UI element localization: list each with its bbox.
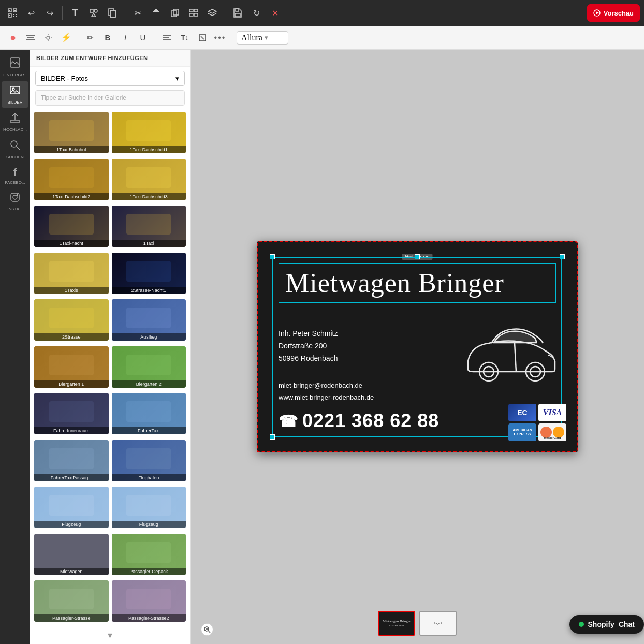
group-btn[interactable]: [185, 5, 202, 21]
svg-rect-6: [13, 14, 14, 15]
shapes-btn[interactable]: [85, 5, 102, 21]
sidebar-item-hintergrund[interactable]: HINTERGR...: [2, 54, 28, 80]
image-cell[interactable]: 1Taxis: [34, 253, 109, 294]
image-cell[interactable]: Mietwagen: [34, 534, 109, 575]
image-grid: 1Taxi-Bahnhof1Taxi-Dachschild11Taxi-Dach…: [30, 110, 190, 626]
refresh-btn[interactable]: ↻: [248, 5, 265, 21]
image-cell[interactable]: Ausflieg: [112, 299, 186, 341]
image-cell[interactable]: 1Taxi: [112, 206, 186, 247]
effects-btn[interactable]: [40, 30, 56, 46]
svg-point-11: [94, 9, 97, 12]
redo-btn[interactable]: ↪: [41, 5, 58, 21]
more-btn[interactable]: •••: [212, 30, 228, 46]
align-btn[interactable]: [23, 30, 38, 46]
hintergrund-label: HINTERGR...: [3, 72, 27, 77]
svg-rect-5: [9, 15, 10, 16]
sidebar-item-hochladen[interactable]: HOCHLAD...: [2, 109, 28, 135]
image-cell[interactable]: FahrerTaxi: [112, 393, 186, 434]
image-cell[interactable]: FahrerTaxiPassag...: [34, 440, 109, 481]
handle-top-left[interactable]: [270, 254, 275, 259]
sep1: [62, 6, 63, 20]
handle-top-right[interactable]: [560, 254, 565, 259]
business-card[interactable]: Hintergrund Mietwagen Bringer Inh. Peter…: [257, 241, 578, 452]
svg-rect-8: [13, 16, 14, 17]
lightning-btn[interactable]: ⚡: [58, 30, 74, 46]
delete-btn[interactable]: 🗑: [148, 5, 165, 21]
image-label: Biergarten 1: [34, 380, 109, 388]
image-label: 1Taxi-Dachschild3: [112, 193, 186, 200]
page-thumb-2[interactable]: Page 2: [419, 611, 457, 636]
handle-top-center[interactable]: [415, 254, 420, 259]
image-cell[interactable]: Biergarten 1: [34, 346, 109, 388]
image-cell[interactable]: Flugzeug: [34, 487, 109, 528]
category-dropdown[interactable]: BILDER - Fotos ▾: [35, 71, 185, 86]
preview-btn[interactable]: Vorschau: [587, 4, 640, 22]
sidebar-item-instagram[interactable]: INSTA...: [2, 189, 28, 214]
text-align-btn[interactable]: [159, 30, 175, 46]
image-cell[interactable]: Flughafen: [112, 440, 186, 481]
image-label: Flugzeug: [34, 521, 109, 528]
bold-btn[interactable]: B: [100, 30, 115, 46]
image-crop-btn[interactable]: [195, 30, 210, 46]
payment-section: EC VISA AMERICANEXPRESS MasterCard: [508, 404, 566, 441]
chat-widget[interactable]: Shopify Chat: [569, 615, 644, 634]
undo-btn[interactable]: ↩: [23, 5, 39, 21]
image-cell[interactable]: Passagier-Strasse: [34, 580, 109, 622]
image-label: 1Taxi-Bahnhof: [34, 146, 109, 153]
card-title-text: Mietwagen Bringer: [285, 268, 504, 298]
scroll-down-indicator[interactable]: ▾: [108, 630, 112, 641]
svg-rect-23: [236, 9, 239, 11]
image-cell[interactable]: 2Strasse: [34, 299, 109, 341]
page-btn[interactable]: [104, 5, 121, 21]
font-name: Allura: [241, 33, 262, 42]
image-cell[interactable]: 2Strasse-Nacht1: [112, 253, 186, 294]
text-size-btn[interactable]: T↕: [177, 30, 193, 46]
underline-btn[interactable]: U: [135, 30, 151, 46]
save-btn[interactable]: [229, 5, 246, 21]
image-cell[interactable]: Flugzeug: [112, 487, 186, 528]
svg-rect-16: [171, 11, 177, 17]
chat-online-indicator: [579, 622, 584, 627]
italic-btn[interactable]: I: [118, 30, 133, 46]
svg-rect-14: [110, 10, 115, 17]
image-cell[interactable]: Biergarten 2: [112, 346, 186, 388]
chat-label: Chat: [619, 620, 635, 628]
svg-rect-9: [16, 16, 17, 17]
search-box[interactable]: Tippe zur Suche in der Gallerie: [35, 90, 185, 106]
zoom-control: [201, 623, 213, 636]
cut-btn[interactable]: ✂: [129, 5, 146, 21]
image-cell[interactable]: Passagier-Gepäck: [112, 534, 186, 575]
image-label: 2Strasse: [34, 333, 109, 341]
image-cell[interactable]: 1Taxi-Dachschild2: [34, 159, 109, 200]
image-cell[interactable]: 1Taxi-Bahnhof: [34, 112, 109, 153]
svg-marker-26: [596, 11, 599, 14]
sep-t3: [232, 32, 232, 44]
image-cell[interactable]: 1Taxi-Dachschild3: [112, 159, 186, 200]
sidebar-item-facebook[interactable]: f FACEBO...: [2, 164, 28, 188]
sidebar-item-bilder[interactable]: BILDER: [2, 81, 28, 108]
image-cell[interactable]: Passagier-Strasse2: [112, 580, 186, 622]
font-selector[interactable]: Allura ▾: [237, 31, 288, 45]
image-cell[interactable]: 1Taxi-nacht: [34, 206, 109, 247]
svg-rect-24: [235, 13, 240, 17]
svg-rect-17: [173, 9, 179, 15]
color-btn[interactable]: ●: [5, 30, 21, 46]
layers-btn[interactable]: [204, 5, 221, 21]
svg-line-55: [209, 631, 210, 633]
font-chevron-icon: ▾: [265, 34, 268, 41]
image-cell[interactable]: 1Taxi-Dachschild1: [112, 112, 186, 153]
handle-bottom-left[interactable]: [270, 434, 275, 440]
text-btn[interactable]: T: [67, 5, 83, 21]
card-address: Inh. Peter Schmitz Dorfstraße 200 50996 …: [279, 328, 338, 364]
copy-btn[interactable]: [167, 5, 183, 21]
image-cell[interactable]: FahrerInnenraum: [34, 393, 109, 434]
page-thumb-1[interactable]: Mietwagen Bringer 0221 368 62 88: [378, 611, 415, 636]
qr-code-btn[interactable]: [4, 5, 21, 21]
image-panel: BILDER ZUM ENTWURF HINZUFÜGEN BILDER - F…: [30, 50, 191, 644]
sidebar-item-suchen[interactable]: SUCHEN: [2, 136, 28, 163]
second-toolbar: ● ⚡ ✏ B I U T↕ •••: [0, 26, 644, 50]
pen-btn[interactable]: ✏: [82, 30, 98, 46]
image-label: FahrerTaxi: [112, 427, 186, 434]
close-btn[interactable]: ✕: [267, 5, 283, 21]
zoom-btn[interactable]: [201, 623, 213, 636]
